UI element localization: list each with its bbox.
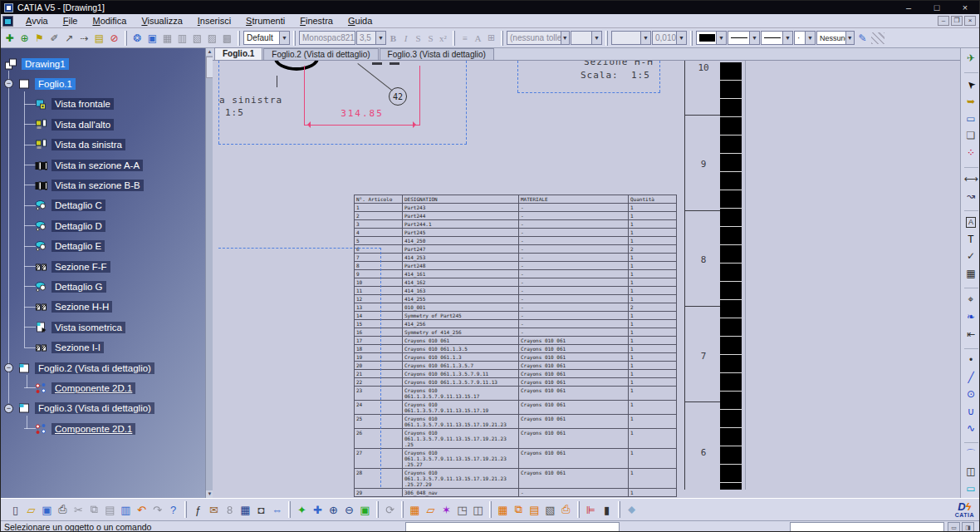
table-row[interactable]: 23Crayons 010 061.1.3.5.7.9.11.13.15.17C… — [355, 387, 677, 401]
compass-icon[interactable]: ⊕ — [17, 31, 32, 46]
calculator-icon[interactable]: ▦ — [238, 501, 253, 518]
close-button[interactable]: × — [951, 1, 979, 14]
dimension-value[interactable]: 314.85 — [328, 108, 396, 119]
tree-item-label[interactable]: Dettaglio G — [51, 281, 106, 293]
function-icon[interactable]: ƒ — [190, 501, 206, 518]
dashed-arrow-icon[interactable]: ⇢ — [77, 31, 91, 46]
style-preset-dropdown[interactable]: Default▼ — [243, 31, 290, 45]
wizard-icon[interactable]: ▧ — [542, 501, 558, 518]
tree-item-vista-isometrica[interactable]: Vista isometrica — [34, 320, 125, 334]
table-row[interactable]: 2Part244-1 — [355, 212, 677, 220]
table-row[interactable]: 16Symmetry of 414_256-1 — [355, 328, 677, 337]
menu-file[interactable]: File — [56, 15, 86, 27]
section-title[interactable]: Sezione H-H — [584, 61, 654, 67]
mdi-minimize-button[interactable]: – — [938, 16, 949, 26]
minimize-button[interactable]: – — [894, 1, 923, 14]
numeric-display-dropdown[interactable]: ▼ — [611, 31, 651, 45]
sectioned-part-bar[interactable] — [720, 62, 742, 490]
power-input-field[interactable] — [790, 522, 944, 532]
no-snap-icon[interactable]: ⊘ — [107, 31, 121, 46]
maximize-button[interactable]: □ — [923, 1, 951, 14]
table-row[interactable]: 25Crayons 010 061.1.3.5.7.9.11.13.15.17.… — [355, 415, 677, 429]
tree-item-label[interactable]: Dettaglio C — [51, 200, 105, 211]
tree-item-label[interactable]: Componente 2D.1 — [51, 423, 135, 435]
dimensions-icon[interactable]: ⟷ — [963, 171, 979, 187]
table-row[interactable]: 12414_255-1 — [355, 295, 677, 303]
view-frame-dashed[interactable] — [466, 61, 467, 144]
grid-2-icon[interactable]: ▦ — [495, 501, 511, 518]
tab-foglio-1[interactable]: Foglio.1 — [214, 47, 262, 60]
circle-icon[interactable]: ⊙ — [963, 387, 979, 402]
grid-icon[interactable]: ▦ — [407, 501, 423, 518]
tree-item-vista-frontale[interactable]: Vista frontale — [34, 97, 114, 111]
table-row[interactable]: 8Part248-1 — [355, 262, 677, 270]
chevron-down-icon[interactable]: ▼ — [805, 32, 815, 44]
tables-icon[interactable]: ▤ — [527, 501, 542, 518]
frame-title-icon[interactable]: ⎙ — [558, 501, 574, 518]
knowledge-icon[interactable]: ❂ — [130, 31, 145, 46]
menu-guida[interactable]: Guida — [341, 15, 380, 27]
table-row[interactable]: 18Crayons 010 061.1.3.5Crayons 010 0611 — [355, 345, 677, 353]
profile-icon[interactable]: ∪ — [963, 403, 979, 419]
tree-item-label[interactable]: Vista in sezione B-B — [51, 180, 144, 191]
tree-item-sezione-h-h[interactable]: Sezione H-H — [34, 300, 112, 314]
undo-icon[interactable]: ↶ — [134, 501, 149, 518]
tree-item-vista-in-sezione-b-b[interactable]: Vista in sezione B-B — [34, 178, 144, 192]
tree-item-componente-2d-1[interactable]: Componente 2D.1 — [34, 421, 135, 436]
superscript-button[interactable]: x² — [437, 31, 449, 45]
print-icon[interactable]: ⎙ — [55, 501, 71, 518]
view-frame-dashed[interactable] — [218, 144, 467, 145]
dimension-line[interactable] — [304, 125, 419, 126]
view-board-icon[interactable]: ◫ — [470, 501, 486, 518]
table-row[interactable]: 13010_001-2 — [355, 303, 677, 312]
section-frame-dashed[interactable] — [659, 61, 660, 92]
tolerance-dropdown[interactable]: (nessuna tollera▼ — [507, 31, 570, 45]
new-view-icon[interactable]: ❏ — [963, 128, 979, 144]
zoom-in-icon[interactable]: ⊕ — [326, 501, 341, 518]
arrow-icon[interactable]: ↗ — [62, 31, 76, 46]
expander-icon[interactable]: − — [4, 79, 13, 88]
table-row[interactable]: 15414_256-1 — [355, 320, 677, 328]
tree-item-dettaglio-e[interactable]: Dettaglio E — [34, 239, 105, 254]
tree-item-dettaglio-g[interactable]: Dettaglio G — [34, 279, 106, 293]
tree-item-dettaglio-c[interactable]: Dettaglio C — [34, 199, 105, 213]
tree-item-label[interactable]: Sezione H-H — [51, 301, 112, 313]
table-row[interactable]: 24Crayons 010 061.1.3.5.7.9.11.13.15.17.… — [355, 401, 677, 415]
tree-item-label[interactable]: Foglio.2 (Vista di dettaglio) — [35, 362, 154, 374]
ruler-icon[interactable]: ⊫ — [583, 501, 599, 518]
tree-item-label[interactable]: Dettaglio E — [51, 240, 105, 252]
chevron-down-icon[interactable]: ▼ — [676, 32, 686, 44]
tree-item-label[interactable]: Vista in sezione A-A — [51, 160, 143, 171]
device-icon[interactable]: ▮ — [599, 501, 615, 518]
move-icon[interactable]: ✚ — [2, 31, 17, 46]
menu-avvia[interactable]: Avvia — [18, 15, 56, 27]
line-type-dropdown[interactable]: ▼ — [761, 31, 793, 45]
table-row[interactable]: 20Crayons 010 061.1.3.5.7Crayons 010 061… — [355, 362, 677, 370]
tree-item-foglio-3-vista-di-dettaglio-[interactable]: −Foglio.3 (Vista di dettaglio) — [4, 401, 154, 416]
tree-item-drawing1[interactable]: Drawing1 — [4, 57, 69, 71]
balloon-callout[interactable]: 42 — [389, 87, 407, 106]
table-row[interactable]: 11414_163-1 — [355, 287, 677, 295]
tab-foglio-3[interactable]: Foglio.3 (Vista di dettaglio) — [380, 48, 494, 60]
detail-frame-dashed[interactable] — [380, 248, 381, 487]
align-icon[interactable]: ≡ — [458, 31, 471, 45]
tree-item-foglio-1[interactable]: −Foglio.1 — [4, 76, 76, 91]
new-document-icon[interactable]: ▯ — [7, 501, 23, 518]
underline-button[interactable]: S — [412, 31, 424, 45]
chevron-down-icon[interactable]: ▼ — [716, 32, 726, 44]
flag-icon[interactable]: ⚑ — [32, 31, 47, 46]
table-row[interactable]: 27Crayons 010 061.1.3.5.7.9.11.13.15.17.… — [355, 449, 677, 469]
geometry-dimension-icon[interactable]: ↝ — [963, 189, 979, 204]
tree-item-componente-2d-1[interactable]: Componente 2D.1 — [34, 381, 135, 395]
chevron-down-icon[interactable]: ▼ — [561, 32, 569, 44]
tab-foglio-2[interactable]: Foglio.2 (Vista di dettaglio) — [263, 48, 378, 60]
tolerance-type-dropdown[interactable]: ▼ — [571, 31, 602, 45]
table-row[interactable]: 14Symmetry of Part245-1 — [355, 312, 677, 320]
menu-modifica[interactable]: Modifica — [85, 15, 134, 27]
frame-style-icon[interactable]: ⊞ — [485, 31, 497, 45]
chevron-down-icon[interactable]: ▼ — [749, 32, 759, 44]
pattern-dropdown[interactable]: Nessuno▼ — [816, 31, 855, 45]
tree-item-vista-dall-alto[interactable]: Vista dall'alto — [34, 117, 114, 131]
lock-icon[interactable]: ◘ — [253, 501, 269, 518]
table-row[interactable]: 19Crayons 010 061.1.3Crayons 010 0611 — [355, 353, 677, 362]
